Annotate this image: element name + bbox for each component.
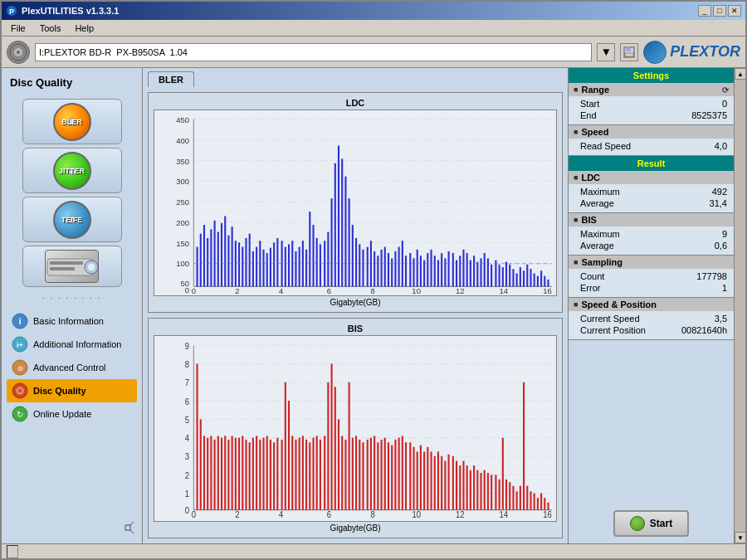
svg-rect-137 [476,262,478,287]
svg-rect-71 [242,247,243,287]
speed-pos-header[interactable]: ■ Speed & Position [569,298,734,311]
scroll-up-button[interactable]: ▲ [735,68,745,80]
svg-point-4 [17,51,20,54]
svg-rect-119 [413,258,414,286]
read-speed-value: 4,0 [715,141,727,151]
bis-result-section: ■ BIS Maximum 9 Average 0,6 [569,213,734,256]
drive-icon [7,41,30,64]
settings-header: Settings [569,68,734,83]
menu-tools[interactable]: Tools [35,22,66,34]
svg-text:350: 350 [176,157,189,166]
svg-rect-72 [245,238,247,286]
svg-rect-190 [197,363,198,509]
menu-help[interactable]: Help [70,22,99,34]
svg-rect-255 [427,447,428,510]
svg-text:9: 9 [185,341,189,350]
svg-rect-95 [327,232,329,287]
close-button[interactable]: ✕ [728,5,741,17]
save-button[interactable] [620,43,638,61]
svg-rect-276 [502,438,504,510]
svg-text:400: 400 [176,136,189,145]
disc-btn-bler[interactable]: BLER [22,99,122,144]
range-section: ■ Range ⟳ Start 0 End 8525375 [569,83,734,125]
svg-rect-152 [530,269,531,286]
disc-btn-jitter[interactable]: JITTER [22,148,122,193]
dots-separator-1: · · · · · · · · [7,292,137,304]
svg-rect-272 [487,473,489,510]
svg-rect-220 [302,436,304,509]
svg-rect-223 [312,438,314,510]
nav-item-additional-info[interactable]: i+ Additional Information [7,333,137,356]
tab-bler[interactable]: BLER [148,71,194,87]
bis-max-value: 9 [722,229,727,239]
svg-rect-275 [499,480,500,510]
disc-label-jitter: JITTER [59,167,85,175]
speed-section-title: Speed [581,127,608,137]
svg-text:⚙: ⚙ [17,365,23,373]
disc-btn-scanner[interactable] [22,246,122,287]
svg-rect-204 [245,440,247,510]
svg-marker-24 [125,525,130,530]
disc-tefe-visual: TE/FE [53,201,91,239]
svg-rect-218 [295,440,296,510]
disc-btn-tefe[interactable]: TE/FE [22,197,122,242]
maximize-button[interactable]: □ [713,5,726,17]
svg-rect-254 [423,451,425,509]
drive-selector[interactable] [35,43,592,61]
svg-rect-9 [50,261,83,265]
minimize-button[interactable]: _ [698,5,711,17]
range-section-header[interactable]: ■ Range ⟳ [569,83,734,96]
range-end-value: 8525375 [691,110,727,120]
scroll-down-button[interactable]: ▼ [735,532,745,543]
svg-rect-148 [516,273,518,286]
svg-rect-138 [480,258,481,286]
range-reset-icon[interactable]: ⟳ [722,85,729,95]
svg-rect-208 [259,440,261,510]
svg-rect-282 [523,382,525,510]
svg-rect-264 [459,465,461,510]
bis-result-header[interactable]: ■ BIS [569,213,734,226]
drive-dropdown-button[interactable]: ▼ [597,43,615,61]
nav-item-disc-quality[interactable]: Disc Quality [7,379,137,402]
nav-item-online-update[interactable]: ↻ Online Update [7,402,137,426]
ldc-chart-svg: 450 400 350 300 250 200 150 100 50 0 0 [154,110,556,295]
svg-rect-77 [262,250,264,287]
range-end-label: End [580,110,597,120]
svg-rect-269 [476,470,478,510]
start-button[interactable]: Start [613,510,689,537]
nav-label-basic-info: Basic Information [33,316,104,326]
svg-text:8: 8 [370,286,374,295]
bis-max-label: Maximum [580,229,620,239]
svg-rect-105 [362,250,364,287]
current-speed-value: 3,5 [715,314,727,324]
expand-arrow[interactable] [7,519,137,537]
title-bar: P PlexUTILITIES v1.3.3.1 _ □ ✕ [2,2,745,20]
current-speed-row: Current Speed 3,5 [580,313,727,324]
nav-item-advanced-control[interactable]: ⚙ Advanced Control [7,356,137,379]
svg-rect-274 [495,475,496,509]
speed-section-header[interactable]: ■ Speed [569,125,734,139]
nav-item-basic-info[interactable]: i Basic Information [7,309,137,333]
svg-rect-112 [388,253,389,286]
menu-file[interactable]: File [6,22,31,34]
main-content: Disc Quality BLER JITTER [2,68,745,543]
svg-rect-150 [523,270,525,286]
ldc-result-header[interactable]: ■ LDC [569,171,734,184]
svg-text:14: 14 [500,509,509,519]
svg-text:0: 0 [185,506,190,515]
bis-chart-title: BIS [154,324,557,334]
svg-rect-195 [214,440,216,510]
svg-rect-221 [305,440,307,510]
title-bar-text: P PlexUTILITIES v1.3.3.1 [6,5,119,17]
range-start-label: Start [580,99,599,109]
nav-label-advanced-control: Advanced Control [33,363,105,373]
svg-rect-256 [430,451,432,509]
sampling-header[interactable]: ■ Sampling [569,256,734,269]
range-start-row: Start 0 [580,98,727,110]
svg-rect-245 [391,446,393,510]
svg-rect-257 [434,456,436,510]
svg-text:16: 16 [543,286,552,295]
sampling-count-label: Count [580,271,604,281]
svg-rect-70 [238,242,240,286]
svg-rect-191 [200,419,202,509]
